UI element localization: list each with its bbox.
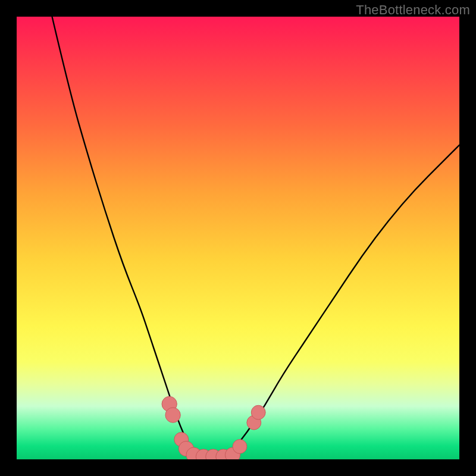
chart-curve <box>52 17 459 458</box>
chart-markers <box>162 396 265 459</box>
chart-marker <box>165 408 180 422</box>
chart-marker <box>251 405 265 419</box>
chart-marker <box>233 440 247 454</box>
chart-svg <box>17 17 459 459</box>
bottleneck-curve <box>52 17 459 458</box>
watermark-text: TheBottleneck.com <box>356 2 470 18</box>
chart-frame: TheBottleneck.com <box>0 0 476 476</box>
chart-plot-area <box>17 17 459 459</box>
